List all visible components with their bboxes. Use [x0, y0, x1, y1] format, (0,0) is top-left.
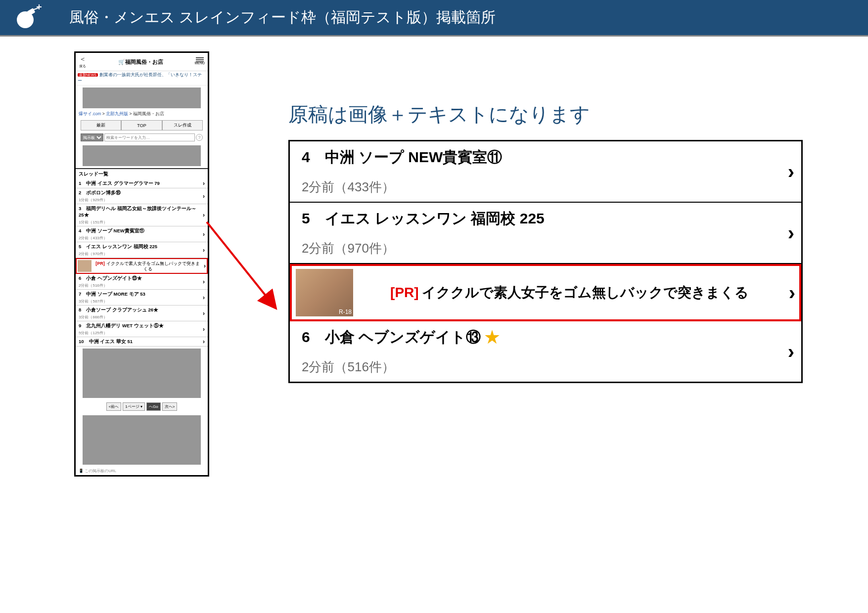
- help-icon[interactable]: ?: [196, 134, 203, 141]
- chevron-right-icon: ›: [203, 212, 205, 219]
- arrow-icon: [204, 219, 283, 318]
- tab-top[interactable]: TOP: [121, 120, 162, 131]
- list-item[interactable]: 3 福岡デリヘル 福岡乙女組～放課後ツインテール～ 25★1分前（151件）›: [76, 204, 208, 226]
- pr-infeed-detail[interactable]: [PR]イククルで素人女子をゴム無しバックで突きまくる ›: [290, 264, 801, 321]
- list-item[interactable]: 2 ポポロン博多⑯1分前（929件）›: [76, 188, 208, 204]
- ad-placeholder: [83, 349, 201, 398]
- search-input[interactable]: [104, 133, 195, 141]
- breadcrumb[interactable]: 爆サイ.com > 北部九州版 > 福岡風俗・お店: [76, 110, 208, 119]
- footer-link[interactable]: 📱 この掲示板のURL: [76, 467, 208, 475]
- list-item[interactable]: 7 中洲 ソープ MORE モア 533分前（587件）›: [76, 290, 208, 306]
- chevron-right-icon: ›: [203, 326, 205, 333]
- page-title: 風俗・メンエス スレインフィード枠（福岡テスト版）掲載箇所: [69, 7, 496, 28]
- pager-prev[interactable]: <前へ: [106, 402, 122, 411]
- tab-create[interactable]: スレ作成: [162, 120, 203, 131]
- ad-placeholder: [83, 145, 201, 166]
- chevron-right-icon: ›: [203, 180, 205, 187]
- chevron-right-icon: ›: [788, 341, 794, 363]
- chevron-right-icon: ›: [789, 282, 795, 304]
- chevron-right-icon: ›: [788, 161, 794, 183]
- section-heading: スレッド一覧: [76, 168, 208, 179]
- ad-placeholder: [83, 88, 201, 108]
- pr-infeed-item[interactable]: [PR] イククルで素人女子をゴム無しバックで突きまくる ›: [76, 258, 208, 274]
- hamburger-icon: [196, 59, 204, 60]
- mobile-title: 🛒福岡風俗・お店: [118, 58, 163, 66]
- news-ticker[interactable]: 最新NEWS創業者の一族前大氏が社長辞任、「いきなり！ステー: [76, 71, 208, 86]
- page-header: 風俗・メンエス スレインフィード枠（福岡テスト版）掲載箇所: [0, 0, 868, 37]
- star-icon: ★: [485, 329, 500, 345]
- list-item[interactable]: 6 小倉 ヘブンズゲイト⑬★2分前（516件）›: [76, 274, 208, 290]
- pager-page[interactable]: 1ページ ▾: [123, 402, 145, 411]
- chevron-right-icon: ›: [788, 222, 794, 244]
- tab-latest[interactable]: 最新: [81, 120, 121, 131]
- detail-heading: 原稿は画像＋テキストになります: [288, 101, 838, 128]
- detail-list: 4 中洲 ソープ NEW貴賓室⑪ 2分前（433件） › 5 イエス レッスンワ…: [288, 140, 803, 383]
- list-item[interactable]: 1 中洲 イエス グラマーグラマー 79›: [76, 179, 208, 188]
- chevron-right-icon: ›: [203, 193, 205, 200]
- menu-button[interactable]: MENU: [194, 59, 205, 65]
- tab-bar: 最新 TOP スレ作成: [81, 120, 203, 131]
- ad-placeholder: [83, 415, 201, 465]
- back-button[interactable]: ＜ 戻る: [79, 55, 87, 69]
- search-bar: 掲示板 ?: [81, 133, 203, 141]
- pager-next[interactable]: 次へ>: [162, 402, 178, 411]
- pager-go[interactable]: へGo: [146, 402, 161, 411]
- list-item[interactable]: 9 北九州八幡デリ WET ウェット⑤★5分前（125件）›: [76, 321, 208, 337]
- pager: <前へ 1ページ ▾ へGo 次へ>: [78, 402, 205, 411]
- svg-line-0: [207, 222, 276, 308]
- list-item[interactable]: 4 中洲 ソープ NEW貴賓室⑪2分前（433件）›: [76, 226, 208, 242]
- list-item[interactable]: 5 イエス レッスンワン 福岡校 2252分前（970件）›: [76, 242, 208, 258]
- list-item[interactable]: 8 小倉ソープ クラブアッシュ 26★3分前（666件）›: [76, 306, 208, 321]
- bomb-icon: [15, 5, 40, 30]
- chevron-right-icon: ›: [203, 338, 205, 345]
- search-category[interactable]: 掲示板: [81, 133, 103, 141]
- list-item[interactable]: 10 中洲 イエス 華女 51›: [76, 337, 208, 347]
- mobile-screenshot: ＜ 戻る 🛒福岡風俗・お店 MENU 最新NEWS創業者の一族前大氏が社長辞任、…: [74, 51, 209, 477]
- list-item[interactable]: 5 イエス レッスンワン 福岡校 225 2分前（970件） ›: [290, 203, 801, 264]
- list-item[interactable]: 4 中洲 ソープ NEW貴賓室⑪ 2分前（433件） ›: [290, 141, 801, 203]
- chevron-left-icon: ＜: [79, 55, 87, 64]
- pr-thumbnail: [296, 269, 353, 316]
- list-item[interactable]: 6 小倉 ヘブンズゲイト⑬ ★ 2分前（516件） ›: [290, 321, 801, 382]
- pr-thumbnail: [78, 260, 91, 272]
